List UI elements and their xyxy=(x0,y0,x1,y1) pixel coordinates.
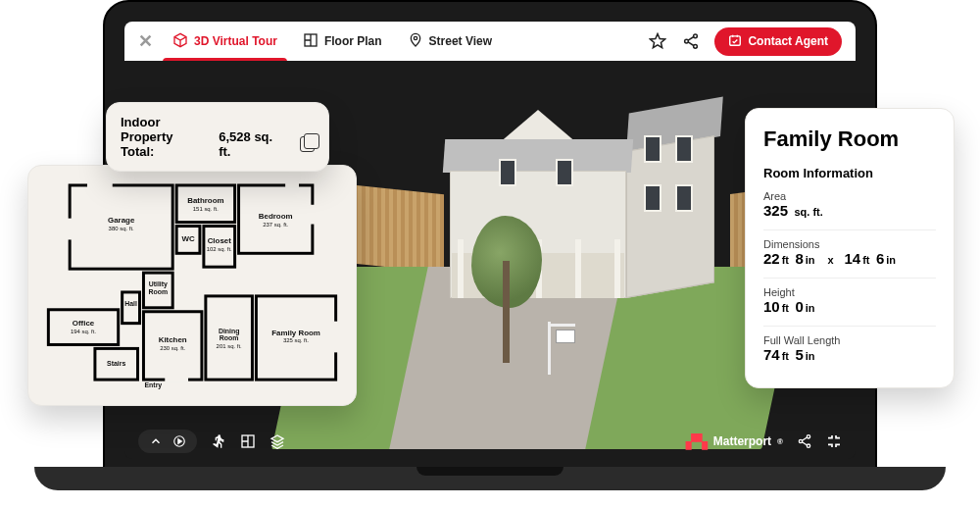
room-label: Bathroom xyxy=(187,196,223,205)
room-label: Garage xyxy=(108,216,135,225)
tab-label: Floor Plan xyxy=(324,34,382,48)
room-label: Dining xyxy=(219,328,240,335)
room-label: WC xyxy=(181,234,194,243)
tree xyxy=(466,216,548,363)
property-total-label: Property Total: xyxy=(121,129,207,159)
room-label: Closet xyxy=(208,236,232,245)
room-label: Family Room xyxy=(271,329,320,337)
floorplan-svg[interactable]: Garage 380 sq. ft. Bathroom 151 sq. ft. … xyxy=(42,179,342,391)
spec-label: Dimensions xyxy=(763,238,936,250)
favorite-icon[interactable] xyxy=(648,31,667,51)
room-label: Utility xyxy=(149,280,168,288)
contact-agent-button[interactable]: Contact Agent xyxy=(714,27,842,56)
room-label: Stairs xyxy=(107,360,125,367)
matterport-logo-icon: ▞▚ xyxy=(686,433,708,449)
room-title: Family Room xyxy=(763,127,936,152)
share-icon[interactable] xyxy=(681,31,701,51)
share-icon[interactable] xyxy=(797,433,812,449)
floorplan-card: Garage 380 sq. ft. Bathroom 151 sq. ft. … xyxy=(27,165,357,406)
room-area: 151 sq. ft. xyxy=(193,206,219,212)
playback-group xyxy=(138,430,197,453)
tab-street-view[interactable]: Street View xyxy=(402,22,498,61)
brand-label: Matterport xyxy=(713,434,771,448)
pin-icon xyxy=(408,32,423,51)
viewer-toolbar: ▞▚ Matterport® xyxy=(124,424,856,459)
fullscreen-exit-icon[interactable] xyxy=(826,433,842,449)
room-info-card: Family Room Room Information Area 325 sq… xyxy=(745,108,955,388)
floorplan-mode-icon[interactable] xyxy=(240,433,256,449)
room-area: 325 sq. ft. xyxy=(283,337,309,343)
spec-dimensions: Dimensions 22ft 8in x 14ft 6in xyxy=(763,238,936,268)
play-icon[interactable] xyxy=(172,433,187,449)
room-area: 230 sq. ft. xyxy=(160,345,185,351)
spec-label: Area xyxy=(763,190,936,202)
room-area: 201 sq. ft. xyxy=(217,343,242,349)
room-label: Room xyxy=(220,334,239,341)
copy-icon[interactable] xyxy=(300,136,316,152)
calendar-check-icon xyxy=(728,33,742,50)
property-total-value: 6,528 xyxy=(219,129,251,144)
tab-3d-virtual-tour[interactable]: 3D Virtual Tour xyxy=(167,22,283,61)
svg-point-3 xyxy=(685,39,689,43)
room-area: 380 sq. ft. xyxy=(109,226,134,231)
svg-point-1 xyxy=(414,36,416,39)
room-area: 102 sq. ft. xyxy=(207,246,232,252)
spec-label: Height xyxy=(763,286,936,298)
room-area: 194 sq. ft. xyxy=(71,329,96,334)
floorplan-icon xyxy=(303,32,318,51)
walk-icon[interactable] xyxy=(211,433,226,449)
spec-wall-length: Full Wall Length 74ft 5in xyxy=(763,334,936,364)
spec-height: Height 10ft 0in xyxy=(763,286,936,316)
room-label: Hall xyxy=(124,300,137,307)
spec-area: Area 325 sq. ft. xyxy=(763,190,936,220)
layers-icon[interactable] xyxy=(270,433,285,449)
spec-label: Full Wall Length xyxy=(763,334,936,346)
room-info-heading: Room Information xyxy=(763,166,936,180)
area-unit: sq. ft. xyxy=(794,206,822,218)
contact-agent-label: Contact Agent xyxy=(748,34,828,48)
room-label: Room xyxy=(149,288,169,295)
property-total-card: Indoor Property Total: 6,528 sq. ft. xyxy=(106,102,329,172)
tab-floor-plan[interactable]: Floor Plan xyxy=(297,22,388,61)
room-label: Office xyxy=(73,319,95,328)
room-label: Bedroom xyxy=(259,212,293,221)
yard-sign xyxy=(548,322,577,375)
close-icon[interactable]: ✕ xyxy=(138,30,153,52)
cube-icon xyxy=(172,32,188,51)
indoor-label: Indoor xyxy=(121,115,315,129)
svg-point-10 xyxy=(799,439,802,442)
matterport-brand: ▞▚ Matterport® xyxy=(686,433,783,449)
room-area: 237 sq. ft. xyxy=(263,222,288,228)
laptop-notch xyxy=(416,467,564,476)
chevron-up-icon[interactable] xyxy=(148,433,164,449)
room-label: Entry xyxy=(145,381,163,389)
topbar: ✕ 3D Virtual Tour Floor Plan Street View xyxy=(124,22,856,61)
area-value: 325 xyxy=(763,202,788,219)
tab-label: 3D Virtual Tour xyxy=(194,34,277,48)
room-label: Kitchen xyxy=(159,335,187,344)
svg-rect-5 xyxy=(730,35,741,44)
tab-label: Street View xyxy=(429,34,492,48)
svg-rect-18 xyxy=(122,292,140,324)
